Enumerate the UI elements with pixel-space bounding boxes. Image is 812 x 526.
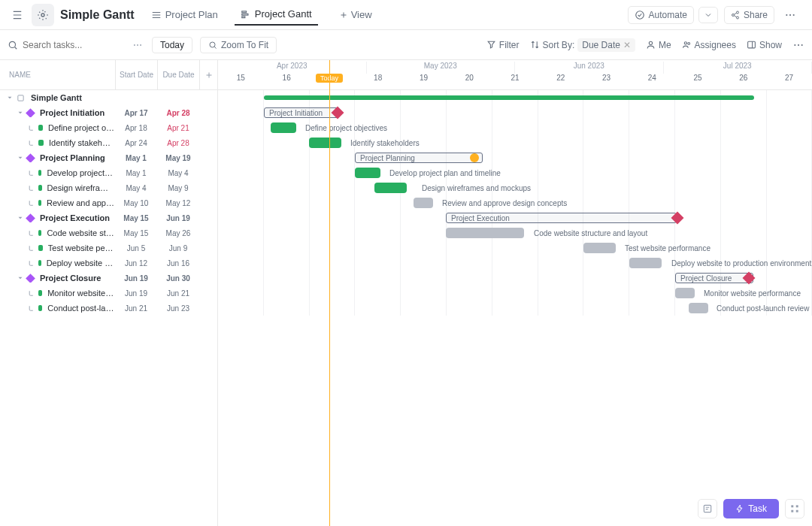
svg-point-15: [210, 42, 215, 47]
due-date[interactable]: Jun 9: [157, 244, 199, 252]
task-row[interactable]: Design wireframes and mockupsMay 4May 9: [0, 180, 217, 195]
chevron-down-icon[interactable]: [17, 109, 24, 116]
col-start[interactable]: Start Date: [115, 60, 157, 89]
due-date[interactable]: Jun 19: [157, 214, 199, 222]
chevron-down-icon[interactable]: [17, 154, 24, 162]
automate-dropdown[interactable]: [698, 7, 718, 23]
tab-project-gantt[interactable]: Project Gantt: [235, 4, 318, 26]
start-date[interactable]: Jun 19: [115, 274, 157, 283]
due-date[interactable]: May 26: [157, 229, 199, 237]
milestone-circle-icon[interactable]: [470, 153, 479, 162]
show-button[interactable]: Show: [747, 40, 782, 50]
me-button[interactable]: Me: [646, 40, 671, 50]
due-date[interactable]: May 4: [157, 169, 199, 177]
svg-rect-26: [796, 505, 798, 507]
task-bar[interactable]: [271, 122, 296, 133]
week-label: 15: [218, 74, 264, 87]
sort-chip[interactable]: Due Date ✕: [577, 38, 635, 52]
more-icon[interactable]: [780, 5, 800, 25]
task-row[interactable]: Review and approve design conceptsMay 10…: [0, 195, 217, 210]
due-date[interactable]: Jun 16: [157, 259, 199, 268]
task-bar[interactable]: [355, 168, 380, 178]
task-row[interactable]: Monitor website performanceJun 19Jun 21: [0, 286, 217, 301]
task-bar[interactable]: [675, 288, 695, 298]
section-bar[interactable]: Project Planning: [355, 153, 483, 163]
gantt-row: Design wireframes and mockups: [218, 180, 812, 195]
due-date[interactable]: May 9: [157, 184, 199, 192]
task-row[interactable]: Code website structure and layoutMay 15M…: [0, 225, 217, 240]
apps-button[interactable]: [785, 499, 804, 518]
chevron-down-icon[interactable]: [17, 214, 24, 222]
due-date[interactable]: Apr 28: [157, 109, 199, 117]
start-date[interactable]: Apr 24: [115, 139, 157, 147]
task-row[interactable]: Develop project plan and timelineMay 1Ma…: [0, 165, 217, 180]
automate-button[interactable]: Automate: [628, 6, 694, 24]
due-date[interactable]: Jun 21: [157, 289, 199, 298]
due-date[interactable]: Apr 28: [157, 139, 199, 147]
chevron-down-icon[interactable]: [17, 274, 24, 282]
section-bar[interactable]: Project Execution: [446, 213, 677, 223]
today-button[interactable]: Today: [152, 37, 192, 53]
due-date[interactable]: Jun 30: [157, 274, 199, 283]
search-more-icon[interactable]: [132, 40, 143, 50]
col-name[interactable]: NAME: [0, 60, 115, 89]
start-date[interactable]: May 15: [115, 229, 157, 237]
month-label: Apr 2023: [218, 62, 367, 74]
notes-button[interactable]: [698, 499, 717, 518]
svg-point-4: [635, 11, 644, 19]
start-date[interactable]: Apr 18: [115, 124, 157, 132]
task-row[interactable]: Define project objectivesApr 18Apr 21: [0, 120, 217, 135]
task-bar[interactable]: [414, 198, 433, 208]
workspace-icon[interactable]: [32, 4, 54, 26]
zoom-button[interactable]: Zoom To Fit: [200, 37, 277, 53]
due-date[interactable]: Apr 21: [157, 124, 199, 132]
task-row[interactable]: Project ExecutionMay 15Jun 19: [0, 210, 217, 225]
task-row[interactable]: Simple Gantt: [0, 90, 217, 105]
clear-sort-icon[interactable]: ✕: [623, 40, 631, 50]
add-view-button[interactable]: View: [333, 5, 378, 25]
search-input[interactable]: [23, 40, 128, 50]
task-bar[interactable]: [583, 243, 616, 253]
task-bar[interactable]: [689, 303, 708, 313]
collapse-sidebar-icon[interactable]: [8, 5, 27, 25]
due-date[interactable]: May 12: [157, 199, 199, 207]
start-date[interactable]: Apr 17: [115, 109, 157, 117]
chevron-down-icon[interactable]: [6, 94, 14, 101]
status-dot-icon: [38, 170, 41, 176]
start-date[interactable]: May 1: [115, 154, 157, 162]
task-row[interactable]: Project ClosureJun 19Jun 30: [0, 271, 217, 286]
gantt-chart: Project InitiationDefine project objecti…: [218, 90, 812, 316]
section-bar[interactable]: Project Initiation: [264, 107, 339, 118]
filter-button[interactable]: Filter: [486, 40, 520, 50]
task-bar[interactable]: [629, 258, 662, 268]
share-button[interactable]: Share: [724, 6, 774, 24]
task-row[interactable]: Test website performanceJun 5Jun 9: [0, 240, 217, 255]
task-bar[interactable]: [446, 228, 524, 238]
task-row[interactable]: Project InitiationApr 17Apr 28: [0, 105, 217, 120]
start-date[interactable]: Jun 12: [115, 259, 157, 268]
sort-button[interactable]: Sort By: Due Date ✕: [530, 38, 635, 52]
task-row[interactable]: Deploy website to production environment…: [0, 255, 217, 271]
start-date[interactable]: May 1: [115, 169, 157, 177]
section-bar[interactable]: Project Closure: [675, 273, 753, 283]
toolbar-more-icon[interactable]: [792, 39, 804, 51]
add-column-button[interactable]: [199, 60, 217, 89]
create-task-button[interactable]: Task: [723, 499, 779, 518]
task-bar[interactable]: [374, 183, 407, 193]
start-date[interactable]: May 15: [115, 214, 157, 222]
start-date[interactable]: May 4: [115, 184, 157, 192]
task-row[interactable]: Conduct post-launch reviewJun 21Jun 23: [0, 301, 217, 316]
due-date[interactable]: May 19: [157, 154, 199, 162]
start-date[interactable]: Jun 5: [115, 244, 157, 252]
start-date[interactable]: Jun 21: [115, 304, 157, 313]
tab-project-plan[interactable]: Project Plan: [145, 5, 224, 25]
assignees-button[interactable]: Assignees: [682, 40, 736, 50]
task-bar[interactable]: [309, 138, 341, 148]
task-row[interactable]: Project PlanningMay 1May 19: [0, 150, 217, 165]
due-date[interactable]: Jun 23: [157, 304, 199, 313]
summary-bar[interactable]: [264, 95, 754, 100]
start-date[interactable]: May 10: [115, 199, 157, 207]
start-date[interactable]: Jun 19: [115, 289, 157, 298]
col-due[interactable]: Due Date: [157, 60, 199, 89]
task-row[interactable]: Identify stakeholdersApr 24Apr 28: [0, 135, 217, 150]
